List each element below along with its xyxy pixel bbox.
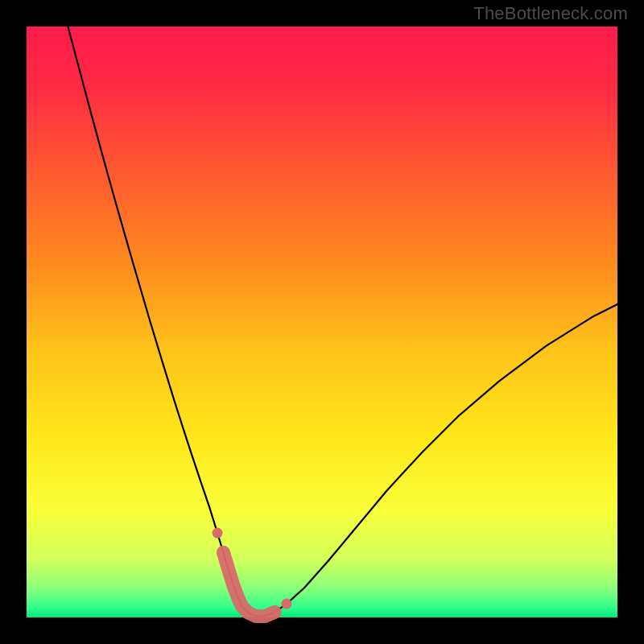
chart-svg: [0, 0, 644, 644]
chart-stage: TheBottleneck.com: [0, 0, 644, 644]
plot-gradient: [27, 27, 617, 617]
highlight-end-dot: [281, 599, 291, 609]
watermark-text: TheBottleneck.com: [473, 3, 628, 24]
highlight-end-dot: [213, 528, 223, 539]
